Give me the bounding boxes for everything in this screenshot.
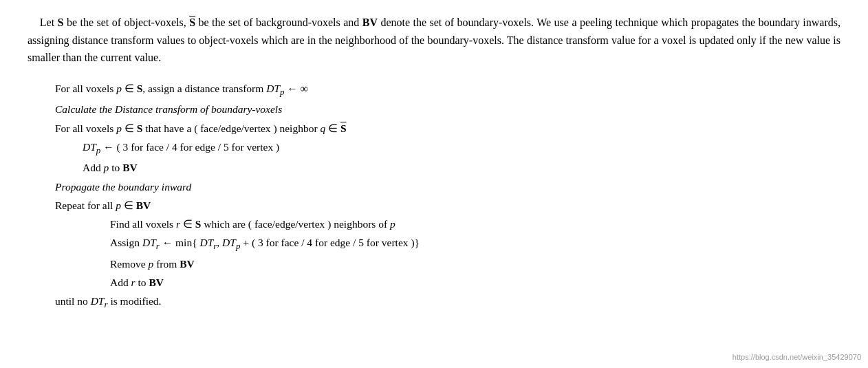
algo-line-8: Find all voxels r ∈ S which are ( face/e… [55,215,840,233]
intro-paragraph: Let S be the set of object-voxels, S be … [28,14,840,67]
algo-line-2: Calculate the Distance transform of boun… [55,100,840,118]
algo-line-11: Add r to BV [55,273,840,292]
watermark: https://blog.csdn.net/weixin_35429070 [733,353,861,361]
algorithm-block: For all voxels p ∈ S, assign a distance … [55,79,840,313]
algo-line-9: Assign DTr ← min{ DTr, DTp + ( 3 for fac… [55,233,840,255]
algo-line-1: For all voxels p ∈ S, assign a distance … [55,79,840,100]
algo-line-4: DTp ← ( 3 for face / 4 for edge / 5 for … [55,138,840,159]
algo-line-5: Add p to BV [55,158,840,177]
main-content: Let S be the set of object-voxels, S be … [28,14,840,313]
algo-line-3: For all voxels p ∈ S that have a ( face/… [55,119,840,138]
algo-line-6: Propagate the boundary inward [55,177,840,196]
algo-line-12: until no DTr is modified. [55,292,840,313]
algo-line-7: Repeat for all p ∈ BV [55,196,840,215]
algo-line-10: Remove p from BV [55,255,840,273]
